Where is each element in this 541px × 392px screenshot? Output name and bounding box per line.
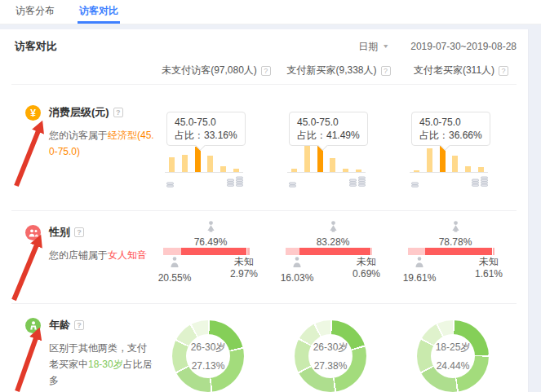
age-donut-chart[interactable]: 26-30岁 27.13%	[172, 320, 244, 392]
help-icon[interactable]: ?	[74, 320, 84, 330]
donut-center-label: 26-30岁	[191, 341, 226, 355]
unknown-percent: 2.97%	[225, 268, 263, 280]
bar[interactable]	[452, 156, 458, 172]
low-price-coin-icon	[289, 176, 296, 191]
female-stat: 83.28%	[310, 221, 356, 248]
low-price-coin-icon	[166, 176, 174, 191]
donut-center: 18-25岁 24.44%	[431, 334, 475, 378]
male-segment[interactable]	[163, 248, 181, 255]
column-header-new-buyers: 支付新买家(9,338人)?	[277, 64, 400, 77]
bar[interactable]	[220, 166, 226, 172]
bar[interactable]	[478, 167, 484, 172]
bar[interactable]	[427, 148, 432, 172]
bar[interactable]	[291, 169, 297, 172]
female-icon	[328, 221, 339, 232]
high-price-coins-icon	[227, 175, 243, 187]
consumption-chart-unpaid: 45.0-75.0 占比：33.16%	[155, 94, 277, 210]
unknown-label: 未知	[225, 256, 263, 268]
yen-icon: ¥	[25, 105, 41, 121]
bar[interactable]	[330, 158, 335, 172]
gender-stacked-bar[interactable]	[163, 248, 250, 255]
unknown-segment[interactable]	[493, 248, 494, 255]
male-percent: 16.03%	[279, 272, 315, 284]
bar-tooltip: 45.0-75.0 占比：33.16%	[166, 112, 246, 146]
female-percent: 76.49%	[188, 236, 233, 248]
donut-center-label: 18-25岁	[436, 341, 471, 355]
consumption-description: 您的访客属于经济型(45.0-75.0)	[49, 127, 155, 160]
highlight-women-fans: 女人知音	[108, 249, 147, 261]
bar[interactable]	[304, 146, 310, 172]
male-stat: 19.61%	[401, 257, 437, 284]
age-label-cell: 年龄 ? 区别于其他两类，支付老买家中18-30岁占比居多	[0, 306, 155, 392]
column-header-old-buyers: 支付老买家(311人)?	[400, 64, 522, 77]
female-icon	[450, 221, 461, 232]
bar[interactable]	[233, 169, 239, 172]
female-percent: 83.28%	[310, 236, 356, 248]
female-segment[interactable]	[425, 248, 493, 255]
male-segment[interactable]	[286, 248, 299, 255]
age-chart-unpaid: 26-30岁 27.13%	[155, 306, 277, 392]
bar[interactable]	[182, 155, 188, 172]
highlight-age-range: 18-30岁	[88, 359, 123, 370]
bar[interactable]	[414, 170, 419, 172]
gender-label-cell: 性别 ? 您的店铺属于女人知音	[0, 214, 155, 303]
bar-tooltip: 45.0-75.0 占比：41.49%	[289, 112, 368, 146]
date-range-value[interactable]: 2019-07-30~2019-08-28	[410, 41, 517, 52]
column-header-row: 未支付访客(97,080人)? 支付新买家(9,338人)? 支付老买家(311…	[0, 64, 529, 77]
tab-visitor-distribution[interactable]: 访客分布	[14, 0, 56, 24]
unknown-segment[interactable]	[247, 248, 250, 255]
male-icon	[415, 257, 424, 267]
bar[interactable]	[169, 157, 175, 172]
female-segment[interactable]	[181, 248, 246, 255]
low-price-coin-icon	[411, 176, 419, 191]
section-title: 性别	[49, 225, 70, 240]
unknown-segment[interactable]	[371, 248, 372, 255]
male-icon	[292, 257, 302, 267]
gender-stacked-bar[interactable]	[286, 248, 372, 255]
column-header-unpaid-visitors: 未支付访客(97,080人)?	[155, 64, 277, 77]
age-donut-chart[interactable]: 18-25岁 24.44%	[417, 320, 489, 392]
unknown-label: 未知	[470, 256, 508, 268]
page-title: 访客对比	[15, 39, 57, 54]
bar[interactable]	[356, 170, 361, 172]
divider	[11, 303, 517, 304]
date-dropdown-label: 日期	[358, 40, 378, 54]
gender-description: 您的店铺属于女人知音	[49, 247, 155, 263]
consumption-chart-new-buyers: 45.0-75.0 占比：41.49%	[277, 94, 400, 210]
help-icon[interactable]: ?	[113, 108, 123, 117]
male-icon	[170, 257, 180, 267]
age-donut-chart[interactable]: 26-30岁 27.38%	[295, 320, 366, 392]
gender-chart-unpaid: 76.49% 20.55% 未知 2.97%	[155, 214, 277, 303]
age-chart-old-buyers: 18-25岁 24.44%	[400, 306, 522, 392]
bar[interactable]	[465, 166, 471, 172]
help-icon[interactable]: ?	[74, 227, 84, 237]
bar[interactable]	[343, 169, 348, 172]
high-price-coins-icon	[349, 175, 366, 187]
consumption-label-cell: ¥ 消费层级(元) ? 您的访客属于经济型(45.0-75.0)	[0, 94, 155, 210]
section-title: 消费层级(元)	[49, 105, 109, 120]
donut-center-value: 24.44%	[437, 360, 470, 372]
section-age: 年龄 ? 区别于其他两类，支付老买家中18-30岁占比居多 26-30岁 27.…	[0, 306, 529, 392]
section-consumption-level: ¥ 消费层级(元) ? 您的访客属于经济型(45.0-75.0) 45.0-75…	[0, 94, 529, 210]
female-segment[interactable]	[299, 248, 370, 255]
bar[interactable]	[207, 156, 213, 172]
donut-center-value: 27.38%	[314, 360, 348, 372]
gender-stacked-bar[interactable]	[408, 248, 494, 255]
unknown-stat: 未知 2.97%	[225, 256, 263, 280]
male-percent: 20.55%	[157, 272, 193, 284]
male-percent: 19.61%	[401, 272, 437, 284]
help-icon[interactable]: ?	[499, 66, 508, 76]
section-title: 年龄	[49, 318, 70, 333]
unknown-percent: 0.69%	[348, 268, 385, 280]
chevron-down-icon: ▼	[382, 43, 389, 50]
help-icon[interactable]: ?	[261, 66, 271, 76]
tab-visitor-comparison[interactable]: 访客对比	[78, 0, 120, 24]
divider	[11, 84, 517, 85]
gender-chart-old-buyers: 78.78% 19.61% 未知 1.61%	[400, 214, 522, 303]
donut-center-label: 26-30岁	[313, 341, 348, 355]
help-icon[interactable]: ?	[381, 66, 391, 76]
donut-center-value: 27.13%	[192, 360, 225, 372]
date-dropdown[interactable]: 日期 ▼	[358, 40, 389, 54]
panel-header: 访客对比 日期 ▼ 2019-07-30~2019-08-28	[0, 36, 528, 57]
male-segment[interactable]	[408, 248, 425, 255]
